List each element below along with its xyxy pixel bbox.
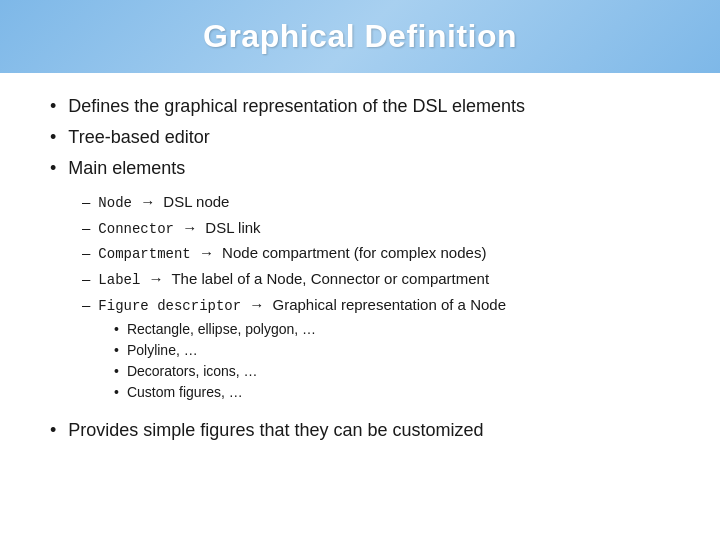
sub-item-compartment-text: Node compartment (for complex nodes)	[222, 244, 486, 261]
sub-item-connector-text: DSL link	[205, 219, 260, 236]
sub-sub-item-2-text: Polyline, …	[127, 340, 198, 361]
bullet-1-dot: •	[50, 93, 56, 120]
sub-sub-item-2-dot: •	[114, 340, 119, 361]
sub-item-label-text: The label of a Node, Connector or compar…	[171, 270, 489, 287]
sub-item-compartment-content: Compartment → Node compartment (for comp…	[98, 241, 486, 266]
slide: Graphical Definition • Defines the graph…	[0, 0, 720, 540]
bullet-3-dot: •	[50, 155, 56, 182]
sub-item-node-dash: –	[82, 190, 90, 213]
sub-item-compartment: – Compartment → Node compartment (for co…	[82, 241, 670, 266]
bullet-3: • Main elements	[50, 155, 670, 182]
sub-sub-item-3-dot: •	[114, 361, 119, 382]
sub-item-connector-dash: –	[82, 216, 90, 239]
sub-item-compartment-prefix: Compartment	[98, 246, 190, 262]
bullet-1-text: Defines the graphical representation of …	[68, 93, 525, 120]
bullet-3-text: Main elements	[68, 155, 185, 182]
bullet-2: • Tree-based editor	[50, 124, 670, 151]
sub-item-node-content: Node → DSL node	[98, 190, 229, 215]
sub-sub-item-4: • Custom figures, …	[114, 382, 670, 403]
sub-item-connector-content: Connector → DSL link	[98, 216, 260, 241]
sub-item-node-prefix: Node	[98, 195, 132, 211]
sub-item-node-text: DSL node	[163, 193, 229, 210]
bullet-last-dot: •	[50, 417, 56, 444]
sub-item-connector-prefix: Connector	[98, 221, 174, 237]
sub-item-figure-dash: –	[82, 293, 90, 316]
bullet-2-text: Tree-based editor	[68, 124, 209, 151]
sub-sub-item-1-text: Rectangle, ellipse, polygon, …	[127, 319, 316, 340]
sub-item-label-arrow: →	[149, 270, 164, 287]
sub-sub-item-4-text: Custom figures, …	[127, 382, 243, 403]
sub-item-compartment-dash: –	[82, 241, 90, 264]
sub-item-figure-text: Graphical representation of a Node	[273, 296, 506, 313]
sub-item-figure-prefix: Figure descriptor	[98, 298, 241, 314]
sub-sub-list: • Rectangle, ellipse, polygon, … • Polyl…	[114, 319, 670, 403]
sub-item-figure-content: Figure descriptor → Graphical representa…	[98, 293, 506, 318]
sub-item-label: – Label → The label of a Node, Connector…	[82, 267, 670, 292]
sub-item-label-content: Label → The label of a Node, Connector o…	[98, 267, 489, 292]
sub-item-node-arrow: →	[140, 193, 155, 210]
bullet-last-text: Provides simple figures that they can be…	[68, 417, 483, 444]
sub-sub-item-2: • Polyline, …	[114, 340, 670, 361]
sub-item-connector: – Connector → DSL link	[82, 216, 670, 241]
bullet-last: • Provides simple figures that they can …	[50, 417, 670, 444]
sub-sub-item-3: • Decorators, icons, …	[114, 361, 670, 382]
slide-content: • Defines the graphical representation o…	[0, 73, 720, 540]
sub-list: – Node → DSL node – Connector → DSL link…	[82, 190, 670, 407]
sub-item-figure: – Figure descriptor → Graphical represen…	[82, 293, 670, 318]
sub-item-compartment-arrow: →	[199, 244, 214, 261]
sub-item-label-dash: –	[82, 267, 90, 290]
slide-title: Graphical Definition	[40, 18, 680, 55]
slide-header: Graphical Definition	[0, 0, 720, 73]
sub-item-label-prefix: Label	[98, 272, 140, 288]
sub-sub-item-4-dot: •	[114, 382, 119, 403]
sub-sub-item-1-dot: •	[114, 319, 119, 340]
sub-sub-item-1: • Rectangle, ellipse, polygon, …	[114, 319, 670, 340]
sub-sub-item-3-text: Decorators, icons, …	[127, 361, 258, 382]
sub-item-figure-arrow: →	[249, 296, 264, 313]
bullet-2-dot: •	[50, 124, 56, 151]
bullet-1: • Defines the graphical representation o…	[50, 93, 670, 120]
sub-item-node: – Node → DSL node	[82, 190, 670, 215]
sub-item-connector-arrow: →	[182, 219, 197, 236]
